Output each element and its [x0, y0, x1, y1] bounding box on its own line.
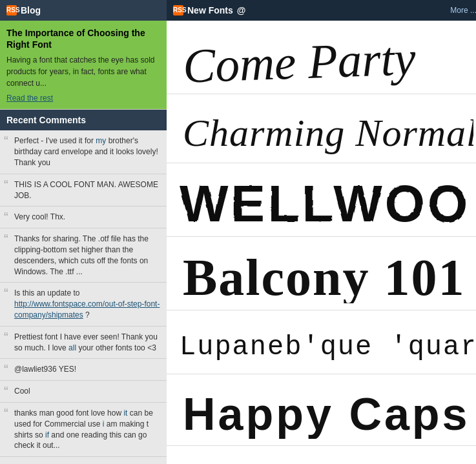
blog-post-title[interactable]: The Importance of Choosing the Right Fon… — [6, 27, 160, 50]
svg-text:Balcony 101: Balcony 101 — [183, 249, 466, 303]
blog-post-excerpt: Having a font that catches the eye has s… — [6, 54, 160, 89]
comment-item: Perfect - I've used it for my brother's … — [0, 130, 167, 174]
blog-post: The Importance of Choosing the Right Fon… — [0, 21, 167, 110]
comment-item: THIS IS A COOL FONT MAN. AWESOME JOB. — [0, 174, 167, 207]
comment-item: Is this an update to http://www.fontspac… — [0, 283, 167, 326]
comment-highlight: if — [45, 430, 49, 439]
font-svg-happy: Happy Caps — [176, 379, 473, 439]
comment-text: Very cool! Thx. — [14, 212, 65, 221]
comment-text: thanks man good font love how it can be … — [14, 409, 153, 450]
font-item-lupane[interactable]: Lupaneb'que 'quare — [167, 310, 476, 374]
comments-header-label: Recent Comments — [6, 115, 86, 125]
main-content: RSS New Fonts @ More ... Come Party Char… — [167, 0, 476, 464]
comment-highlight: i — [103, 419, 105, 429]
comment-text: Is this an update to http://www.fontspac… — [14, 288, 160, 319]
main-header: RSS New Fonts @ More ... — [167, 0, 476, 21]
font-svg-wellwood: WELLWOOD — [176, 168, 473, 230]
more-link[interactable]: More ... — [450, 6, 476, 15]
font-item-comeparty[interactable]: Come Party — [167, 21, 476, 94]
font-display-wellwood: WELLWOOD — [176, 168, 473, 231]
font-display-charming: Charming Normal — [176, 99, 473, 157]
comment-item: thanks man good font love how it can be … — [0, 403, 167, 457]
sidebar: RSS Blog The Importance of Choosing the … — [0, 0, 167, 464]
svg-text:Happy Caps: Happy Caps — [183, 389, 470, 439]
font-display-happy: Happy Caps — [176, 379, 473, 440]
comment-item: @lawliet936 YES! — [0, 359, 167, 381]
comment-highlight: my — [96, 136, 106, 145]
font-display-lupane: Lupaneb'que 'quare — [176, 316, 473, 368]
comment-item: Cool — [0, 381, 167, 403]
comment-text: @lawliet936 YES! — [14, 365, 76, 374]
comments-list: Perfect - I've used it for my brother's … — [0, 130, 167, 457]
svg-text:WELLWOOD: WELLWOOD — [180, 175, 473, 230]
comment-link[interactable]: http://www.fontspace.com/out-of-step-fon… — [14, 299, 160, 319]
font-item-happy[interactable]: Happy Caps — [167, 374, 476, 446]
font-display-comeparty: Come Party — [176, 26, 473, 88]
comment-highlight: it — [123, 409, 127, 418]
comment-text: THIS IS A COOL FONT MAN. AWESOME JOB. — [14, 180, 158, 200]
font-svg-charming: Charming Normal — [176, 99, 473, 156]
font-list: Come Party Charming Normal — [167, 21, 476, 446]
font-svg-balcony: Balcony 101 — [176, 242, 473, 303]
comment-item: Thanks for sharing. The .otf file has th… — [0, 228, 167, 283]
svg-text:Charming Normal: Charming Normal — [183, 112, 473, 154]
at-symbol: @ — [237, 5, 246, 15]
font-svg-comeparty: Come Party — [176, 26, 473, 87]
font-item-wellwood[interactable]: WELLWOOD — [167, 163, 476, 237]
comment-item: Prettiest font I have ever seen! Thank y… — [0, 327, 167, 359]
main-header-label: New Fonts — [187, 5, 233, 15]
comment-text: Thanks for sharing. The .otf file has th… — [14, 234, 149, 276]
font-item-balcony[interactable]: Balcony 101 — [167, 237, 476, 310]
comment-text: Prettiest font I have ever seen! Thank y… — [14, 332, 158, 352]
font-display-balcony: Balcony 101 — [176, 242, 473, 305]
svg-text:Lupaneb'que 'quare: Lupaneb'que 'quare — [180, 332, 473, 363]
svg-text:Come Party: Come Party — [182, 31, 417, 87]
comment-text: Cool — [14, 387, 30, 396]
comment-item: Very cool! Thx. — [0, 207, 167, 228]
font-item-charming[interactable]: Charming Normal — [167, 94, 476, 163]
blog-header-label: Blog — [21, 5, 41, 15]
comments-section-header: Recent Comments — [0, 110, 167, 130]
comment-highlight: all — [68, 343, 76, 352]
blog-rss-icon[interactable]: RSS — [6, 5, 17, 15]
read-rest-link[interactable]: Read the rest — [6, 94, 53, 103]
main-header-left: RSS New Fonts @ — [173, 5, 245, 15]
blog-section-header: RSS Blog — [0, 0, 167, 21]
font-svg-lupane: Lupaneb'que 'quare — [176, 316, 473, 367]
comment-text: Perfect - I've used it for my brother's … — [14, 136, 158, 167]
main-rss-icon[interactable]: RSS — [173, 5, 183, 15]
